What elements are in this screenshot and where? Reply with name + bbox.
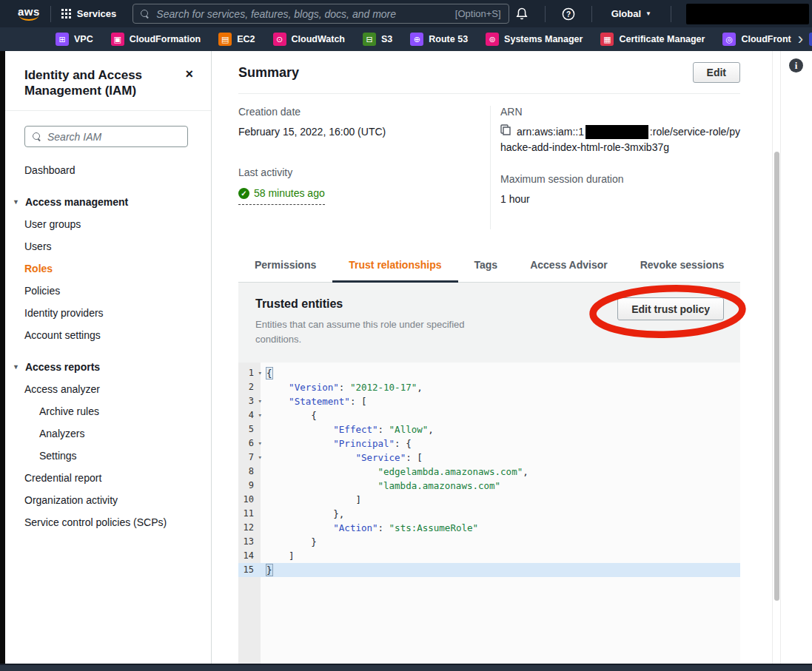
tab-access-advisor[interactable]: Access Advisor [514, 249, 624, 283]
account-menu-redacted[interactable] [686, 4, 809, 24]
code-line-4[interactable]: 4▾ { [238, 408, 740, 422]
line-number: 10 [238, 493, 261, 507]
code-line-5[interactable]: 5 "Effect": "Allow", [238, 422, 740, 436]
fold-caret-icon[interactable]: ▾ [258, 436, 262, 451]
line-number: 8 [238, 465, 261, 479]
code-line-7[interactable]: 7▾ "Service": [ [238, 451, 740, 465]
favbar-item-vpc[interactable]: ⊞VPC [56, 33, 93, 46]
code-text: { [266, 408, 317, 422]
favbar-item-cloudwatch[interactable]: ⊙CloudWatch [273, 33, 345, 46]
favbar-item-cloudformation[interactable]: ▣CloudFormation [111, 33, 201, 46]
systems-manager-service-icon: ⊚ [486, 33, 499, 46]
sidebar-item-service-control-policies-scps[interactable]: Service control policies (SCPs) [5, 511, 211, 533]
close-icon[interactable]: × [185, 67, 193, 98]
fold-caret-icon[interactable]: ▾ [258, 366, 262, 380]
code-line-1[interactable]: 1▾{ [238, 366, 740, 380]
region-label: Global [611, 8, 641, 19]
trust-policy-editor[interactable]: 1▾{2 "Version": "2012-10-17",3▾ "Stateme… [238, 363, 740, 664]
sidebar-section-access-management[interactable]: ▼Access management [5, 191, 211, 213]
fold-caret-icon[interactable]: ▾ [258, 451, 262, 465]
code-line-9[interactable]: 9 "lambda.amazonaws.com" [238, 479, 740, 493]
code-lines: 1▾{2 "Version": "2012-10-17",3▾ "Stateme… [238, 366, 740, 577]
code-line-14[interactable]: 14 ] [238, 549, 740, 563]
scrollbar-thumb[interactable] [774, 152, 779, 601]
arn-label: ARN [500, 106, 740, 118]
tab-trust-relationships[interactable]: Trust relationships [332, 249, 457, 283]
notifications-bell-icon[interactable] [509, 7, 534, 20]
info-icon[interactable]: i [789, 58, 803, 73]
sidebar-item-roles[interactable]: Roles [5, 257, 211, 280]
s3-service-icon: ⊟ [363, 33, 376, 46]
sidebar-item-dashboard[interactable]: Dashboard [5, 159, 211, 181]
sidebar-item-user-groups[interactable]: User groups [5, 213, 211, 235]
svg-text:?: ? [566, 10, 571, 18]
window-bottom-bar [0, 664, 812, 671]
tab-permissions[interactable]: Permissions [238, 249, 332, 283]
aws-logo[interactable]: aws [18, 7, 40, 21]
route-53-service-icon: ⊕ [410, 33, 423, 46]
sidebar-item-settings[interactable]: Settings [5, 445, 211, 467]
aws-logo-swoosh [19, 16, 38, 21]
fold-caret-icon[interactable]: ▾ [258, 408, 262, 422]
code-line-15[interactable]: 15} [238, 563, 740, 577]
edit-trust-policy-button[interactable]: Edit trust policy [617, 297, 724, 320]
max-session-value: 1 hour [500, 192, 740, 207]
sidebar-item-account-settings[interactable]: Account settings [5, 324, 211, 346]
sidebar-item-credential-report[interactable]: Credential report [5, 467, 211, 489]
rds-service-icon: ☰ [809, 33, 812, 46]
line-number: 2 [238, 380, 261, 394]
code-line-6[interactable]: 6▾ "Principal": { [238, 436, 740, 451]
summary-heading: Summary [238, 65, 299, 81]
code-line-12[interactable]: 12 "Action": "sts:AssumeRole" [238, 521, 740, 535]
role-tabs: PermissionsTrust relationshipsTagsAccess… [238, 249, 740, 283]
arn-account-redacted [585, 125, 648, 139]
help-icon[interactable]: ? [556, 7, 581, 21]
favbar-item-route-53[interactable]: ⊕Route 53 [410, 33, 468, 46]
favbar-item-systems-manager[interactable]: ⊚Systems Manager [486, 33, 583, 46]
services-label: Services [77, 8, 117, 19]
sidebar-item-analyzers[interactable]: Analyzers [5, 422, 211, 445]
favbar-item-ec2[interactable]: ▤EC2 [218, 33, 255, 46]
favbar-item-s3[interactable]: ⊟S3 [363, 33, 392, 46]
favorites-more-chevron-icon[interactable]: › [798, 30, 803, 49]
chevron-down-icon: ▼ [645, 10, 651, 17]
last-activity-value[interactable]: ✓ 58 minutes ago [238, 186, 325, 205]
arn-line2: hacke-add-index-html-role-3mxib37g [500, 140, 740, 155]
code-line-3[interactable]: 3▾ "Statement": [ [238, 394, 740, 408]
code-line-2[interactable]: 2 "Version": "2012-10-17", [238, 380, 740, 394]
code-text: "Effect": "Allow", [266, 422, 434, 436]
favbar-item-rds[interactable]: ☰RDS [809, 33, 812, 46]
sidebar-item-identity-providers[interactable]: Identity providers [5, 302, 211, 324]
sidebar-section-access-reports[interactable]: ▼Access reports [5, 356, 211, 378]
favbar-item-cloudfront[interactable]: ◎CloudFront [722, 33, 791, 46]
fold-caret-icon[interactable]: ▾ [258, 394, 262, 408]
code-line-10[interactable]: 10 ] [238, 493, 740, 507]
edit-summary-button[interactable]: Edit [693, 62, 740, 83]
code-line-11[interactable]: 11 }, [238, 507, 740, 521]
section-collapse-icon: ▼ [13, 198, 19, 206]
line-number: 15 [238, 563, 261, 577]
global-search-input[interactable]: Search for services, features, blogs, do… [132, 4, 509, 24]
copy-icon[interactable] [500, 124, 511, 140]
code-text: } [266, 535, 317, 549]
line-number: 6▾ [238, 436, 261, 451]
sidebar-item-organization-activity[interactable]: Organization activity [5, 489, 211, 511]
nav-divider [671, 6, 671, 22]
code-text: "lambda.amazonaws.com" [266, 479, 500, 493]
sidebar-item-policies[interactable]: Policies [5, 280, 211, 302]
services-menu-button[interactable]: Services [61, 8, 117, 19]
favbar-item-label: Certificate Manager [619, 34, 705, 44]
search-shortcut-hint: [Option+S] [455, 8, 501, 19]
code-line-13[interactable]: 13 } [238, 535, 740, 549]
sidebar-item-access-analyzer[interactable]: Access analyzer [5, 378, 211, 400]
sidebar-item-archive-rules[interactable]: Archive rules [5, 400, 211, 422]
favbar-item-certificate-manager[interactable]: ▦Certificate Manager [600, 33, 705, 46]
tab-revoke-sessions[interactable]: Revoke sessions [624, 249, 741, 283]
region-selector[interactable]: Global ▼ [603, 8, 660, 19]
code-line-8[interactable]: 8 "edgelambda.amazonaws.com", [238, 465, 740, 479]
line-number: 9 [238, 479, 261, 493]
sidebar-search-input[interactable]: Search IAM [24, 126, 188, 147]
tab-tags[interactable]: Tags [458, 249, 514, 283]
sidebar-item-users[interactable]: Users [5, 235, 211, 257]
page-scrollbar[interactable] [772, 51, 781, 664]
